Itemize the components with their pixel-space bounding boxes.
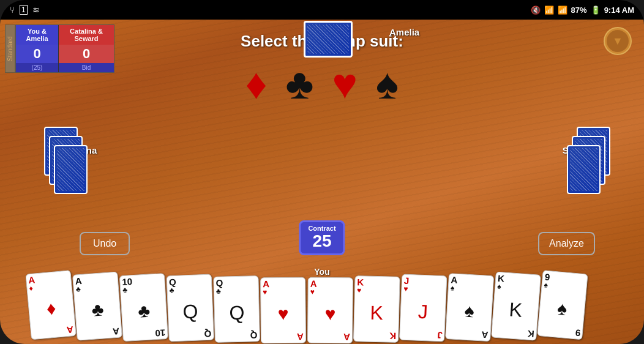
heart-suit-button[interactable]: ♥ [332,62,358,105]
hand-card-7[interactable]: K ♥ K K [353,275,400,343]
hand-card-2[interactable]: 10 ♣ ♣ 10 [119,273,168,342]
hand-card-0[interactable]: A ♦ ♦ A [25,270,76,340]
club-suit-button[interactable]: ♣ [286,62,314,105]
team-them-header: Catalina & Seward [59,25,114,45]
player-top-label: Amelia [389,27,419,37]
status-left-icons: ⑂ 1 ≋ [10,5,40,15]
info-button[interactable]: ▼ [604,27,632,55]
hand-card-11[interactable]: 9 ♠ ♠ 9 [537,270,588,340]
hand-card-3[interactable]: Q ♣ Q Q [167,274,214,342]
score-footer: (25) Bid [16,63,114,72]
battery-percent: 87% [571,6,587,15]
diamond-suit-button[interactable]: ♦ [245,62,268,105]
usb-icon: ⑂ [10,5,15,15]
game-area: Standard You & Amelia Catalina & Seward … [0,20,644,344]
team-you-header: You & Amelia [16,25,59,45]
contract-number: 25 [308,232,335,251]
info-button-inner: ▼ [607,30,629,52]
score-footer-bid: Bid [59,63,114,72]
hand-card-1[interactable]: A ♣ ♣ A [72,271,122,340]
catalina-card-3 [54,145,88,194]
hand-card-6[interactable]: A ♥ ♥ A [307,277,353,344]
chevron-down-icon: ▼ [612,35,623,48]
status-right-icons: 🔇 📶 📶 87% 🔋 9:14 AM [531,6,634,15]
signal-icon: 📶 [558,6,567,15]
score-values: 0 0 [16,45,114,63]
status-bar: ⑂ 1 ≋ 🔇 📶 📶 87% 🔋 9:14 AM [0,0,644,20]
undo-button[interactable]: Undo [80,232,130,255]
standard-label: Standard [5,24,15,73]
mute-icon: 🔇 [531,6,541,15]
battery-icon: 🔋 [591,6,601,15]
score-panel: Standard You & Amelia Catalina & Seward … [5,24,114,73]
hand-card-4[interactable]: Q ♣ Q Q [214,275,261,343]
phone-frame: ⑂ 1 ≋ 🔇 📶 📶 87% 🔋 9:14 AM Standard You &… [0,0,644,344]
score-header: You & Amelia Catalina & Seward [16,25,114,45]
trump-suits: ♦ ♣ ♥ ♠ [245,62,399,105]
score-them: 0 [59,45,114,63]
hand-card-5[interactable]: A ♥ ♥ A [261,277,307,344]
clock: 9:14 AM [604,6,634,15]
player-hand: A ♦ ♦ A A ♣ ♣ A 10 ♣ ♣ 10 Q [31,264,613,344]
score-footer-you: (25) [16,63,59,72]
score-you: 0 [16,45,59,63]
sim-icon: 1 [20,5,28,15]
analyze-button[interactable]: Analyze [538,232,595,255]
contract-badge: Contract 25 [299,220,345,255]
hand-card-8[interactable]: J ♥ J J [399,274,447,342]
spade-suit-button[interactable]: ♠ [376,62,399,105]
hand-card-9[interactable]: A ♠ ♠ A [445,273,494,342]
amelia-cards [304,21,353,58]
wifi-icon: 📶 [544,6,554,15]
seward-card-3 [567,145,601,194]
wifi-bars-icon: ≋ [32,5,40,15]
hand-card-10[interactable]: K ♠ K K [491,271,541,340]
score-table: You & Amelia Catalina & Seward 0 0 (25) … [15,24,114,73]
